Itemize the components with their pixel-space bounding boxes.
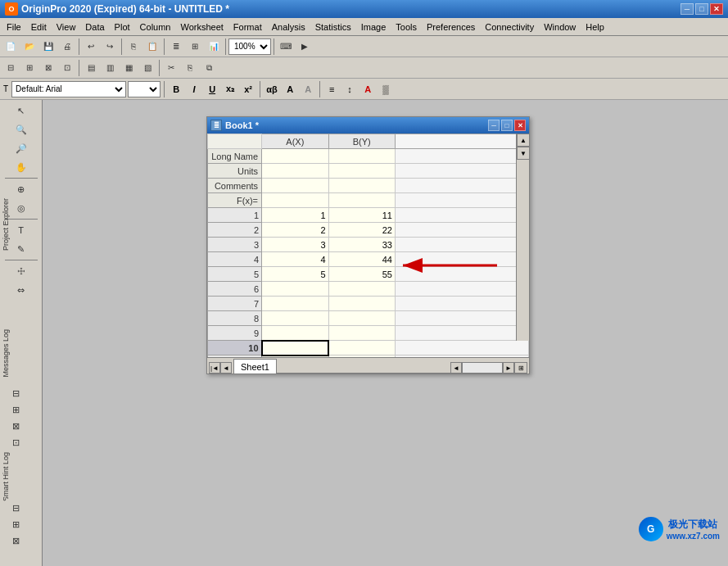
menu-worksheet[interactable]: Worksheet [175,20,228,34]
underline-btn[interactable]: U [204,81,220,97]
text-tool[interactable]: T [12,221,30,239]
subscript-btn[interactable]: x₂ [222,81,238,97]
zoom-in-tool[interactable]: 🔍 [12,120,30,138]
menu-view[interactable]: View [52,20,81,34]
alpha-btn[interactable]: αβ [264,81,280,97]
debug-btn[interactable]: ▶ [296,38,314,56]
row-11-b[interactable] [328,355,395,358]
t2-btn4[interactable]: ⊡ [58,59,76,77]
superscript-btn[interactable]: x² [240,81,256,97]
copy-btn[interactable]: ⎘ [124,38,142,56]
t2-btn6[interactable]: ▥ [101,59,119,77]
crosshair-tool[interactable]: ⊕ [12,180,30,198]
t2-btn2[interactable]: ⊞ [20,59,38,77]
menu-statistics[interactable]: Statistics [310,20,356,34]
row-2-b[interactable]: 22 [328,223,395,238]
row-9-b[interactable] [328,326,395,341]
fontA2-btn[interactable]: A [300,81,316,97]
move-tool[interactable]: ☩ [12,262,30,280]
units-a[interactable] [262,164,328,179]
zoom-out-tool[interactable]: 🔎 [12,139,30,157]
new-project-btn[interactable]: 📄 [2,38,20,56]
row-4-b[interactable]: 44 [328,252,395,267]
menu-data[interactable]: Data [80,20,109,34]
copy2-btn[interactable]: ⎘ [181,59,199,77]
col-a-header[interactable]: A(X) [262,134,328,149]
menu-plot[interactable]: Plot [110,20,135,34]
italic-btn[interactable]: I [186,81,202,97]
maximize-button[interactable]: □ [695,3,708,15]
row-9-a[interactable] [262,326,328,341]
new-graph-btn[interactable]: 📊 [205,38,223,56]
row-1-a[interactable]: 1 [262,208,328,223]
row-6-a[interactable] [262,282,328,297]
row-10-a[interactable] [262,341,328,355]
t2-btn7[interactable]: ▦ [120,59,138,77]
t2-btn3[interactable]: ⊠ [39,59,57,77]
open-btn[interactable]: 📂 [20,38,38,56]
row-5-a[interactable]: 5 [262,267,328,282]
menu-tools[interactable]: Tools [391,20,422,34]
spacing-btn[interactable]: ↕ [341,81,358,97]
new-matrix-btn[interactable]: ⊞ [186,38,204,56]
script-btn[interactable]: ⌨ [277,38,295,56]
color-btn[interactable]: A [359,81,376,97]
book-close-btn[interactable]: ✕ [514,120,526,131]
hscroll-right[interactable]: ► [503,362,514,374]
comments-b[interactable] [328,179,395,193]
close-button[interactable]: ✕ [710,3,723,15]
t2-btn1[interactable]: ⊟ [2,59,20,77]
row-11-a[interactable] [262,355,328,358]
scroll-down-btn[interactable]: ▼ [517,147,529,160]
side-btn-bottom7[interactable]: ⊠ [7,532,25,550]
menu-edit[interactable]: Edit [26,20,52,34]
menu-window[interactable]: Window [539,20,581,34]
menu-image[interactable]: Image [356,20,391,34]
new-worksheet-btn[interactable]: ≣ [167,38,185,56]
side-btn-bottom3[interactable]: ⊠ [7,417,25,435]
fx-a[interactable] [262,193,328,208]
menu-file[interactable]: File [2,20,26,34]
row-7-a[interactable] [262,297,328,311]
fontA-btn[interactable]: A [282,81,298,97]
hscroll-grip[interactable]: ⊞ [514,362,527,374]
menu-connectivity[interactable]: Connectivity [480,20,539,34]
row-8-a[interactable] [262,311,328,326]
t2-btn5[interactable]: ▤ [82,59,100,77]
menu-help[interactable]: Help [581,20,609,34]
paste-btn[interactable]: 📋 [143,38,161,56]
long-name-b[interactable] [328,149,395,164]
zoom-dropdown[interactable]: 100% [228,38,271,55]
row-5-b[interactable]: 55 [328,267,395,282]
highlight-btn[interactable]: ▒ [378,81,394,97]
t2-btn8[interactable]: ▧ [138,59,156,77]
redo-btn[interactable]: ↪ [101,38,119,56]
row-10-b[interactable] [328,341,395,355]
row-1-b[interactable]: 11 [328,208,395,223]
row-4-a[interactable]: 4 [262,252,328,267]
side-btn-bottom2[interactable]: ⊞ [7,401,25,419]
row-6-b[interactable] [328,282,395,297]
t2-btn9[interactable]: ⧉ [200,59,218,77]
menu-analysis[interactable]: Analysis [267,20,310,34]
side-btn-bottom1[interactable]: ⊟ [7,384,25,402]
sheet-tab-1[interactable]: Sheet1 [233,359,277,374]
side-btn-bottom6[interactable]: ⊞ [7,515,25,533]
font-size-select[interactable] [128,81,161,97]
print-btn[interactable]: 🖨 [58,38,76,56]
hscroll-track[interactable] [462,362,503,374]
comments-a[interactable] [262,179,328,193]
scroll-up-btn[interactable]: ▲ [517,134,529,147]
units-b[interactable] [328,164,395,179]
side-btn-bottom4[interactable]: ⊡ [7,433,25,451]
arrow-tool[interactable]: ↖ [12,102,30,120]
bold-btn[interactable]: B [168,81,184,97]
menu-format[interactable]: Format [228,20,267,34]
book-maximize-btn[interactable]: □ [501,120,513,131]
sheet-nav-first[interactable]: |◄ [209,362,220,374]
pan-tool[interactable]: ✋ [12,158,30,176]
undo-btn[interactable]: ↩ [82,38,100,56]
cut-btn[interactable]: ✂ [162,59,180,77]
fx-b[interactable] [328,193,395,208]
col-b-header[interactable]: B(Y) [328,134,395,149]
